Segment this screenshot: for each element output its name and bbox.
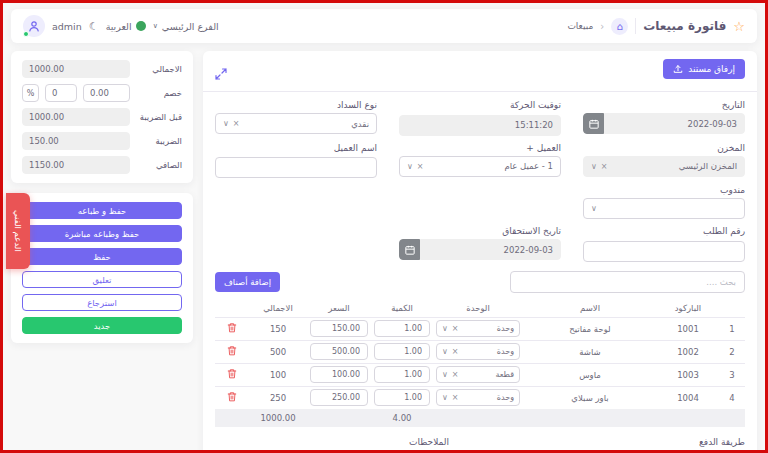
chevron-down-icon: ∨ [442, 324, 448, 333]
user-avatar[interactable] [23, 15, 45, 37]
item-barcode: 1002 [657, 347, 719, 357]
customer-name-input[interactable] [215, 157, 377, 178]
favorite-star-icon[interactable]: ☆ [733, 19, 745, 34]
upload-icon [673, 64, 683, 74]
item-total: 150 [249, 324, 307, 334]
content-area: إرفاق مستند التاريخ توقيت الحركة [11, 51, 757, 453]
col-price: السعر [307, 303, 371, 313]
actions-card: حفظ و طباعه حفظ وطباعه مباشرة حفظ تعليق … [11, 193, 193, 343]
total-input [22, 60, 130, 78]
bottom-section: طريقة الدفع خزينة اخرى خزينة القيمة المل… [215, 437, 745, 453]
price-input[interactable] [310, 320, 368, 337]
unit-select[interactable]: وحدة ∨× [436, 343, 520, 360]
col-barcode: الباركود [657, 303, 719, 313]
item-name: باور سبلاي [523, 393, 657, 403]
clear-icon: × [452, 393, 459, 402]
save-direct-print-button[interactable]: حفظ وطباعه مباشرة [22, 225, 182, 242]
quantity-input[interactable] [374, 320, 430, 337]
notes-block: الملاحظات ✓ [215, 437, 505, 453]
before-tax-label: قبل الضريبة [136, 112, 182, 122]
delete-row-button[interactable] [215, 391, 249, 404]
quantity-input[interactable] [374, 343, 430, 360]
payment-method-label: طريقة الدفع [699, 437, 745, 447]
unit-select[interactable]: وحدة ∨× [436, 389, 520, 406]
chevron-down-icon: ∨ [442, 370, 448, 379]
price-input[interactable] [310, 366, 368, 383]
new-button[interactable]: جديد [22, 317, 182, 334]
add-items-button[interactable]: إضافة أصناف [215, 272, 280, 292]
trash-icon [227, 368, 237, 379]
expand-fullscreen-icon[interactable] [215, 65, 227, 84]
sidebar: الاجمالي خصم % قبل الضريبة الضريبة الصاف… [11, 51, 193, 343]
item-total: 500 [249, 347, 307, 357]
payment-type-select[interactable]: نقدي ∨× [215, 113, 377, 134]
hold-button[interactable]: تعليق [22, 271, 182, 288]
payment-method-block: طريقة الدفع خزينة اخرى خزينة القيمة [505, 437, 745, 453]
due-date-input[interactable] [420, 239, 561, 260]
quantity-input[interactable] [374, 389, 430, 406]
row-number: 3 [719, 370, 745, 380]
row-number: 4 [719, 393, 745, 403]
clear-icon: × [417, 162, 424, 171]
date-input[interactable] [604, 113, 745, 134]
attach-document-button[interactable]: إرفاق مستند [663, 59, 745, 79]
technical-support-tab[interactable]: الدعم الفني [6, 193, 30, 269]
col-unit: الوحدة [433, 303, 523, 313]
chevron-down-icon: ∨ [591, 204, 597, 213]
table-row: 4 1004 باور سبلاي وحدة ∨× 250 [215, 386, 745, 409]
quantity-input[interactable] [374, 366, 430, 383]
invoice-form: التاريخ توقيت الحركة نوع السداد نقدي ∨× [215, 100, 745, 262]
table-footer-row: 4.00 1000.00 [215, 409, 745, 427]
item-name: ماوس [523, 370, 657, 380]
unit-select[interactable]: قطعة ∨× [436, 366, 520, 383]
time-field: توقيت الحركة [399, 100, 561, 136]
delete-row-button[interactable] [215, 322, 249, 335]
dark-mode-toggle-icon[interactable]: ☾ [89, 20, 99, 33]
user-name[interactable]: admin [52, 21, 82, 32]
clear-icon: × [452, 370, 459, 379]
language-selector[interactable]: العربية [106, 21, 146, 32]
warehouse-select[interactable]: المخزن الرئيسي ∨× [583, 156, 745, 177]
item-name: لوحة مفاتيح [523, 324, 657, 334]
price-input[interactable] [310, 343, 368, 360]
chevron-down-icon: ∨ [591, 162, 597, 171]
due-date-field: تاريخ الاستحقاق [399, 226, 561, 262]
item-search-input[interactable] [510, 271, 745, 293]
price-input[interactable] [310, 389, 368, 406]
breadcrumb[interactable]: مبيعات [567, 21, 593, 31]
row-number: 1 [719, 324, 745, 334]
language-flag-icon [136, 21, 146, 31]
discount-percent-input[interactable] [45, 84, 77, 102]
movement-time-input [399, 115, 561, 136]
warehouse-field: المخزن المخزن الرئيسي ∨× [583, 143, 745, 179]
trash-icon [227, 322, 237, 333]
invoice-card: إرفاق مستند التاريخ توقيت الحركة [203, 51, 757, 453]
table-row: 1 1001 لوحة مفاتيح وحدة ∨× 150 [215, 317, 745, 340]
delete-row-button[interactable] [215, 368, 249, 381]
user-tools-group: الفرع الرئيسي ∨ العربية ☾ admin [23, 15, 219, 37]
item-barcode: 1001 [657, 324, 719, 334]
discount-value-input[interactable] [83, 84, 130, 102]
branch-dropdown[interactable]: الفرع الرئيسي ∨ [153, 21, 219, 32]
col-name: الاسم [523, 303, 657, 313]
representative-select[interactable]: ∨ [583, 198, 745, 219]
unit-select[interactable]: وحدة ∨× [436, 320, 520, 337]
breadcrumb-arrow-icon: ‹ [600, 21, 604, 32]
table-header-row: الباركود الاسم الوحدة الكمية السعر الاجم… [215, 300, 745, 317]
row-number: 2 [719, 347, 745, 357]
customer-select[interactable]: 1 - عميل عام ∨× [399, 156, 561, 177]
calendar-icon[interactable] [583, 113, 604, 134]
calendar-icon[interactable] [399, 239, 420, 260]
top-navbar: ☆ فاتورة مبيعات ⌂ ‹ مبيعات الفرع الرئيسي… [11, 9, 757, 43]
chevron-down-icon: ∨ [153, 22, 158, 30]
title-breadcrumb-group: ☆ فاتورة مبيعات ⌂ ‹ مبيعات [567, 18, 745, 35]
save-button[interactable]: حفظ [22, 248, 182, 265]
restore-button[interactable]: استرجاع [22, 294, 182, 311]
home-icon[interactable]: ⌂ [611, 18, 628, 35]
col-total: الاجمالي [249, 303, 307, 313]
delete-row-button[interactable] [215, 345, 249, 358]
clear-icon: × [601, 162, 608, 171]
order-number-input[interactable] [583, 241, 745, 262]
before-tax-input [22, 108, 130, 126]
save-print-button[interactable]: حفظ و طباعه [22, 202, 182, 219]
